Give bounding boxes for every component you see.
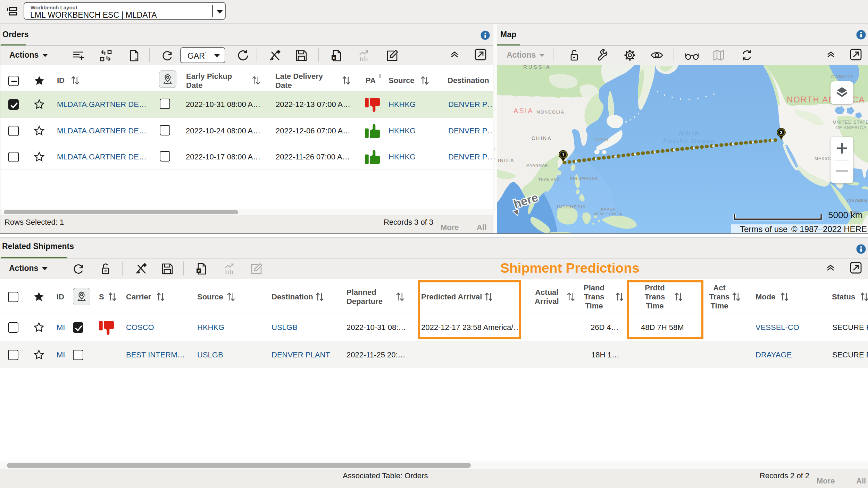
svg-text:NEW GUINEA: NEW GUINEA bbox=[594, 212, 623, 216]
svg-text:MYANMAR: MYANMAR bbox=[526, 163, 548, 167]
svg-text:CHINA: CHINA bbox=[532, 135, 552, 141]
svg-text:CANADA: CANADA bbox=[831, 74, 854, 79]
svg-text:PHILIPPINES: PHILIPPINES bbox=[570, 176, 598, 181]
svg-text:2: 2 bbox=[780, 130, 782, 135]
svg-text:UNITED STATES: UNITED STATES bbox=[833, 119, 868, 125]
svg-text:North: North bbox=[679, 130, 699, 137]
svg-text:5000 km: 5000 km bbox=[828, 210, 863, 220]
svg-text:COLOMBIA: COLOMBIA bbox=[847, 199, 868, 203]
svg-text:OF AMERICA: OF AMERICA bbox=[835, 125, 867, 130]
svg-text:RUSSIA: RUSSIA bbox=[523, 65, 551, 70]
svg-text:JAPAN: JAPAN bbox=[594, 138, 609, 142]
svg-text:1: 1 bbox=[562, 152, 564, 157]
svg-text:THAILAND: THAILAND bbox=[538, 177, 560, 182]
svg-text:ASIA: ASIA bbox=[514, 107, 534, 115]
svg-text:Terms of use: Terms of use bbox=[740, 224, 787, 234]
svg-text:INDIA: INDIA bbox=[498, 158, 514, 163]
svg-text:Pacific Ocean: Pacific Ocean bbox=[663, 138, 715, 144]
svg-text:PAPUA: PAPUA bbox=[601, 207, 615, 212]
svg-text:MONGOLIA: MONGOLIA bbox=[536, 110, 565, 115]
svg-text:INDONESIA: INDONESIA bbox=[557, 205, 586, 209]
svg-text:© 1987–2022 HERE: © 1987–2022 HERE bbox=[791, 224, 867, 234]
